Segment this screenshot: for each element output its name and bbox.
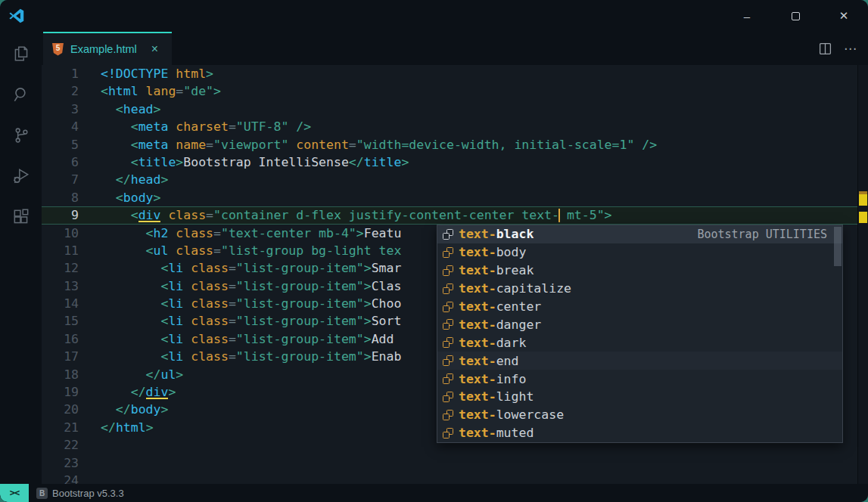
line-number: 2	[42, 82, 79, 100]
suggest-match-text: text-	[459, 263, 496, 277]
tab-example-html[interactable]: 5 Example.html ×	[43, 32, 172, 65]
code-text: <html lang="de">	[79, 82, 221, 100]
suggest-item-text-center[interactable]: text-center	[437, 298, 842, 316]
symbol-class-icon	[442, 265, 454, 277]
line-number: 3	[42, 101, 79, 118]
code-line-8[interactable]: 8 <body>	[42, 189, 868, 206]
code-line-24[interactable]: 24	[42, 472, 868, 484]
code-line-7[interactable]: 7 </head>	[42, 171, 868, 188]
line-number: 18	[42, 366, 79, 383]
suggest-item-text-end[interactable]: text-end	[437, 352, 842, 370]
suggest-rest-text: body	[496, 245, 527, 259]
line-number: 21	[42, 419, 79, 436]
suggest-rest-text: dark	[496, 336, 527, 350]
suggest-item-text-body[interactable]: text-body	[437, 243, 842, 262]
code-text: <ul class="list-group bg-light tex	[79, 242, 401, 259]
close-button[interactable]: ✕	[820, 0, 868, 32]
close-icon: ✕	[839, 9, 849, 23]
line-number: 1	[42, 65, 79, 82]
line-number: 9	[42, 206, 79, 224]
suggest-rest-text: end	[496, 354, 519, 368]
line-number: 20	[42, 401, 79, 418]
bootstrap-icon: B	[36, 488, 48, 499]
code-text: </body>	[79, 401, 168, 418]
code-line-3[interactable]: 3 <head>	[42, 101, 868, 118]
suggest-item-text-muted[interactable]: text-muted	[437, 424, 842, 442]
code-text: <li class="list-group-item">Sort	[79, 312, 401, 330]
suggest-item-text-info[interactable]: text-info	[437, 370, 842, 388]
suggest-rest-text: info	[496, 372, 527, 386]
suggest-match-text: text-	[459, 336, 496, 350]
symbol-class-icon	[442, 355, 454, 367]
suggest-item-text-capitalize[interactable]: text-capitalize	[437, 280, 842, 298]
status-bar: >< B Bootstrap v5.3.3	[0, 484, 868, 502]
source-control-icon[interactable]	[10, 124, 33, 147]
suggest-rest-text: black	[496, 227, 534, 241]
code-line-1[interactable]: 1<!DOCTYPE html>	[42, 65, 868, 82]
code-line-6[interactable]: 6 <title>Bootstrap IntelliSense</title>	[42, 153, 868, 171]
suggest-match-text: text-	[459, 245, 496, 259]
more-actions-icon[interactable]: ⋯	[844, 41, 857, 57]
line-number: 24	[42, 472, 79, 484]
extensions-icon[interactable]	[10, 206, 33, 228]
line-number: 23	[42, 454, 79, 472]
symbol-class-icon	[442, 246, 454, 259]
html5-file-icon: 5	[52, 43, 64, 56]
code-text: <meta name="viewport" content="width=dev…	[79, 136, 657, 153]
code-text: <!DOCTYPE html>	[79, 65, 213, 82]
tab-bar-actions: ⋯	[819, 32, 857, 65]
line-number: 19	[42, 383, 79, 401]
suggest-item-text-lowercase[interactable]: text-lowercase	[437, 406, 842, 424]
code-line-2[interactable]: 2<html lang="de">	[42, 82, 868, 100]
suggest-match-text: text-	[459, 389, 496, 404]
minimize-icon: –	[744, 10, 750, 23]
overview-ruler[interactable]	[857, 65, 868, 484]
symbol-class-icon	[442, 391, 454, 403]
code-text: </div>	[79, 383, 176, 401]
line-number: 6	[42, 153, 79, 171]
intellisense-suggest-widget: text-blackBootstrap UTILITIEStext-bodyte…	[437, 225, 843, 443]
window-controls: – ✕	[723, 0, 868, 32]
suggest-item-text-light[interactable]: text-light	[437, 388, 842, 406]
suggest-match-text: text-	[459, 372, 496, 386]
run-debug-icon[interactable]	[10, 165, 33, 187]
suggest-rest-text: muted	[496, 426, 534, 440]
code-text: <meta charset="UTF-8" />	[79, 118, 311, 135]
code-text: <div class="container d-flex justify-con…	[79, 206, 612, 224]
suggest-rest-text: light	[496, 389, 534, 404]
line-number: 16	[42, 330, 79, 348]
editor[interactable]: 1<!DOCTYPE html>2<html lang="de">3 <head…	[42, 65, 868, 484]
suggest-rest-text: capitalize	[496, 281, 571, 296]
code-line-23[interactable]: 23	[42, 454, 868, 472]
split-editor-icon[interactable]	[819, 42, 832, 55]
tab-close-icon[interactable]: ×	[151, 42, 158, 56]
suggest-item-text-black[interactable]: text-blackBootstrap UTILITIES	[437, 225, 842, 243]
suggest-rest-text: danger	[496, 318, 542, 332]
code-text: <li class="list-group-item">Choo	[79, 295, 401, 312]
line-number: 11	[42, 242, 79, 259]
explorer-icon[interactable]	[10, 42, 33, 65]
suggest-item-text-break[interactable]: text-break	[437, 262, 842, 280]
code-text: <head>	[79, 101, 161, 118]
suggest-match-text: text-	[459, 299, 496, 314]
symbol-class-icon	[442, 301, 454, 313]
suggest-item-text-danger[interactable]: text-danger	[437, 315, 842, 333]
remote-indicator[interactable]: ><	[0, 484, 29, 502]
suggest-rest-text: center	[496, 299, 542, 314]
statusbar-extension-item[interactable]: B Bootstrap v5.3.3	[36, 488, 124, 499]
symbol-class-icon	[442, 228, 454, 240]
suggest-item-text-dark[interactable]: text-dark	[437, 333, 842, 352]
code-line-4[interactable]: 4 <meta charset="UTF-8" />	[42, 118, 868, 135]
line-number: 7	[42, 171, 79, 188]
symbol-class-icon	[442, 373, 454, 385]
line-number: 12	[42, 259, 79, 277]
suggest-match-text: text-	[459, 281, 496, 296]
code-line-5[interactable]: 5 <meta name="viewport" content="width=d…	[42, 136, 868, 153]
minimize-button[interactable]: –	[723, 0, 771, 32]
tab-label: Example.html	[70, 43, 137, 55]
maximize-button[interactable]	[771, 0, 820, 32]
suggest-scrollbar[interactable]	[834, 227, 842, 266]
search-icon[interactable]	[10, 83, 33, 106]
code-text: <li class="list-group-item">Clas	[79, 277, 401, 295]
code-line-9[interactable]: 9 <div class="container d-flex justify-c…	[42, 206, 868, 224]
